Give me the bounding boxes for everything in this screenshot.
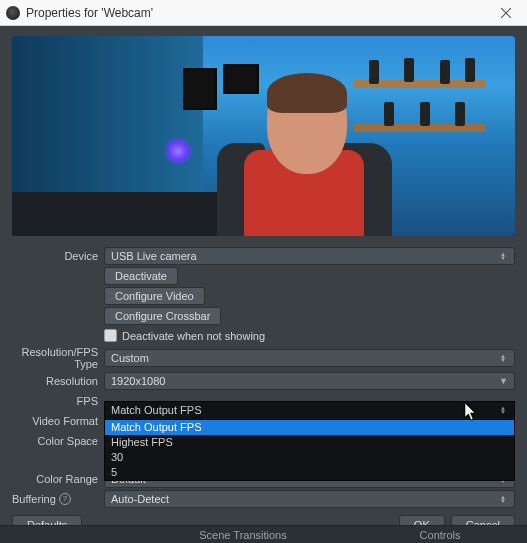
video-preview	[12, 36, 515, 236]
close-button[interactable]	[491, 0, 521, 25]
buffering-select[interactable]: Auto-Detect ▲▼	[104, 490, 515, 508]
spinner-icon: ▲▼	[500, 252, 508, 260]
fps-option[interactable]: 30	[105, 450, 514, 465]
device-value: USB Live camera	[111, 248, 197, 264]
resfps-type-label: Resolution/FPS Type	[12, 346, 104, 370]
configure-video-button[interactable]: Configure Video	[104, 287, 205, 305]
fps-options: Match Output FPS Highest FPS 30 5	[105, 420, 514, 480]
checkbox-icon	[104, 329, 117, 342]
device-label: Device	[12, 250, 104, 262]
fps-option[interactable]: Match Output FPS	[105, 420, 514, 435]
checkbox-label: Deactivate when not showing	[122, 330, 265, 342]
titlebar: Properties for 'Webcam'	[0, 0, 527, 26]
properties-form: Device USB Live camera ▲▼ Deactivate Con…	[12, 246, 515, 543]
buffering-label: Buffering ?	[12, 493, 104, 505]
spinner-icon: ▲▼	[500, 406, 508, 414]
resolution-label: Resolution	[12, 375, 104, 387]
video-format-label: Video Format	[12, 415, 104, 427]
resfps-type-select[interactable]: Custom ▲▼	[104, 349, 515, 367]
status-center: Scene Transitions	[199, 529, 286, 541]
spinner-icon: ▲▼	[500, 354, 508, 362]
status-right: Controls	[420, 529, 461, 541]
deactivate-not-showing-checkbox[interactable]: Deactivate when not showing	[104, 329, 515, 342]
buffering-value: Auto-Detect	[111, 491, 169, 507]
window-title: Properties for 'Webcam'	[26, 6, 491, 20]
chevron-down-icon: ▼	[499, 373, 508, 389]
device-select[interactable]: USB Live camera ▲▼	[104, 247, 515, 265]
configure-crossbar-button[interactable]: Configure Crossbar	[104, 307, 221, 325]
resfps-type-value: Custom	[111, 350, 149, 366]
color-range-label: Color Range	[12, 473, 104, 485]
fps-select-open[interactable]: Match Output FPS ▲▼ Match Output FPS Hig…	[104, 401, 515, 481]
fps-option[interactable]: 5	[105, 465, 514, 480]
color-space-label: Color Space	[12, 435, 104, 447]
spinner-icon: ▲▼	[500, 495, 508, 503]
fps-option[interactable]: Highest FPS	[105, 435, 514, 450]
fps-value: Match Output FPS	[111, 404, 201, 416]
status-bar: Scene Transitions Controls	[0, 525, 527, 543]
close-icon	[501, 8, 511, 18]
help-icon[interactable]: ?	[59, 493, 71, 505]
fps-current[interactable]: Match Output FPS ▲▼	[105, 402, 514, 420]
resolution-value: 1920x1080	[111, 373, 165, 389]
deactivate-button[interactable]: Deactivate	[104, 267, 178, 285]
resolution-select[interactable]: 1920x1080 ▼	[104, 372, 515, 390]
app-icon	[6, 6, 20, 20]
fps-label: FPS	[12, 395, 104, 407]
window-body: Device USB Live camera ▲▼ Deactivate Con…	[0, 26, 527, 543]
